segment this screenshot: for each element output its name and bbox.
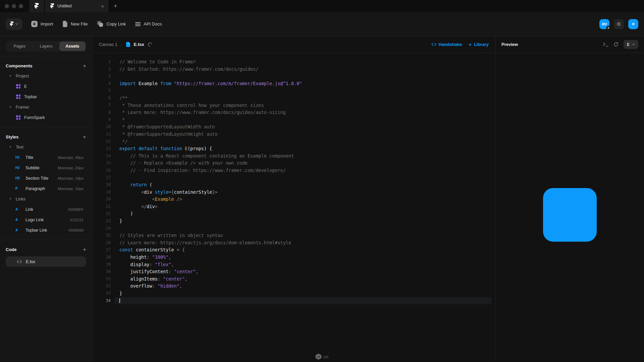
code-line-20[interactable]: 20 <Example /> <box>92 196 495 203</box>
window-zoom-dot[interactable] <box>19 4 23 8</box>
tab-layers[interactable]: Layers <box>33 42 59 51</box>
code-line-24[interactable]: 24 <box>92 225 495 232</box>
settings-button[interactable]: ⚙ <box>614 19 624 29</box>
code-line-25[interactable]: 25// Styles are written in object syntax <box>92 232 495 239</box>
code-line-13[interactable]: 13export default function E(props) { <box>92 145 495 153</box>
group-text-styles[interactable]: ▼ Text <box>6 142 86 152</box>
framer-logo-icon <box>10 21 13 26</box>
style-value: Manrope, 18px <box>58 176 86 180</box>
code-file-item-etsx[interactable]: E.tsx <box>6 256 86 267</box>
component-item-topbar[interactable]: Topbar <box>6 92 86 102</box>
group-links-styles[interactable]: ▼ Links <box>6 194 86 204</box>
code-line-23[interactable]: 23} <box>92 218 495 225</box>
code-line-8[interactable]: 8 * Learn more: https://www.framer.com/d… <box>92 109 495 116</box>
style-value: #0099FF <box>68 207 86 212</box>
code-line-3[interactable]: 3 <box>92 73 495 80</box>
framer-logo-icon <box>50 3 54 9</box>
code-line-34[interactable]: 34 <box>92 297 495 305</box>
code-line-16[interactable]: 16 // - Find inspiration: https://www.fr… <box>92 167 495 174</box>
code-line-10[interactable]: 10 * @framerSupportedLayoutWidth auto <box>92 123 495 131</box>
code-line-21[interactable]: 21 </div> <box>92 203 495 210</box>
breadcrumb-canvas[interactable]: Canvas 1 <box>99 42 117 47</box>
framer-menu-button[interactable] <box>6 18 22 30</box>
code-line-12[interactable]: 12 */ <box>92 138 495 145</box>
code-line-29[interactable]: 29 display: "flex", <box>92 261 495 268</box>
new-tab-button[interactable]: + <box>109 0 122 12</box>
code-line-2[interactable]: 2// Get Started: https://www.framer.com/… <box>92 66 495 73</box>
style-item-section-title[interactable]: H3 Section Title Manrope, 18px <box>6 173 86 183</box>
code-line-30[interactable]: 30 justifyContent: "center", <box>92 268 495 276</box>
code-line-6[interactable]: 6/** <box>92 95 495 102</box>
close-project-button[interactable]: ✕ <box>628 19 638 29</box>
group-project[interactable]: ▼ Project <box>6 71 86 81</box>
code-lines[interactable]: 1// Welcome to Code in Framer2// Get Sta… <box>92 53 495 362</box>
window-minimize-dot[interactable] <box>12 4 16 8</box>
line-number: 2 <box>92 66 111 73</box>
add-code-file-button[interactable]: + <box>83 247 86 252</box>
copy-link-button[interactable]: Copy Link <box>97 21 126 27</box>
style-item-link[interactable]: A Link #0099FF <box>6 204 86 215</box>
code-line-5[interactable]: 5 <box>92 87 495 95</box>
components-title: Components <box>6 63 32 68</box>
toolbar: Import New File Copy Link API Docs RV + <box>0 12 644 36</box>
code-line-17[interactable]: 17 <box>92 174 495 182</box>
code-line-32[interactable]: 32 overflow: "hidden", <box>92 283 495 290</box>
code-line-14[interactable]: 14 // This is a React component containi… <box>92 153 495 160</box>
add-component-button[interactable]: + <box>83 63 86 69</box>
line-number: 25 <box>92 232 111 239</box>
line-content: height: "100%", <box>115 254 491 261</box>
tab-pages[interactable]: Pages <box>6 42 33 51</box>
code-line-33[interactable]: 33} <box>92 290 495 297</box>
add-style-button[interactable]: + <box>83 134 86 140</box>
left-sidebar: Pages Layers Assets Components + ▼ Proje… <box>0 36 92 362</box>
project-tab[interactable]: Untitled × <box>45 0 109 12</box>
code-line-27[interactable]: 27const containerStyle = { <box>92 246 495 254</box>
style-item-subtitle[interactable]: H2 Subtitle Manrope, 24px <box>6 163 86 173</box>
chevron-down-icon: ▼ <box>9 106 12 109</box>
code-line-26[interactable]: 26// Learn more: https://reactjs.org/doc… <box>92 239 495 247</box>
code-line-28[interactable]: 28 height: "100%", <box>92 254 495 261</box>
library-link[interactable]: + Library <box>469 42 489 47</box>
handshake-link[interactable]: Handshake <box>431 42 462 47</box>
file-icon <box>126 42 130 47</box>
import-button[interactable]: Import <box>31 21 53 27</box>
style-label: Topbar Link <box>25 228 65 233</box>
component-item-e[interactable]: E <box>6 81 86 92</box>
tab-assets[interactable]: Assets <box>59 42 86 51</box>
code-line-22[interactable]: 22 ) <box>92 210 495 218</box>
line-number: 33 <box>92 290 111 297</box>
console-icon[interactable] <box>603 42 608 47</box>
code-line-15[interactable]: 15 // - Replace <Example /> with your ow… <box>92 160 495 167</box>
style-item-title[interactable]: H1 Title Manrope, 40px <box>6 152 86 163</box>
line-number: 26 <box>92 239 111 247</box>
code-line-19[interactable]: 19 <div style={containerStyle}> <box>92 189 495 196</box>
group-framer[interactable]: ▼ Framer <box>6 102 86 112</box>
window-close-dot[interactable] <box>5 4 9 8</box>
chevron-down-icon: ▼ <box>9 197 12 200</box>
copy-link-label: Copy Link <box>106 21 126 26</box>
line-number: 4 <box>92 80 111 87</box>
code-line-9[interactable]: 9 * <box>92 116 495 124</box>
style-item-logo-link[interactable]: A Logo Link #111111 <box>6 215 86 225</box>
tab-close-icon[interactable]: × <box>100 3 105 9</box>
line-number: 12 <box>92 138 111 145</box>
home-tab[interactable] <box>29 0 44 12</box>
line-number: 27 <box>92 246 111 254</box>
code-line-4[interactable]: 4import Example from "https://framer.com… <box>92 80 495 87</box>
new-file-button[interactable]: New File <box>62 21 88 27</box>
api-docs-button[interactable]: API Docs <box>135 21 162 26</box>
refresh-icon[interactable] <box>613 42 619 47</box>
code-line-18[interactable]: 18 return ( <box>92 181 495 189</box>
line-content: <Example /> <box>115 196 491 203</box>
breadcrumb-file[interactable]: E.tsx <box>134 42 144 47</box>
style-item-topbar-link[interactable]: A Topbar Link #999999 <box>6 225 86 235</box>
code-line-1[interactable]: 1// Welcome to Code in Framer <box>92 58 495 66</box>
code-line-31[interactable]: 31 alignItems: "center", <box>92 276 495 283</box>
code-line-11[interactable]: 11 * @framerSupportedLayoutHeight auto <box>92 131 495 138</box>
line-content: // Welcome to Code in Framer <box>115 58 491 66</box>
user-avatar[interactable]: RV + <box>599 19 609 29</box>
preview-target-dropdown[interactable]: E <box>624 40 638 49</box>
style-item-paragraph[interactable]: P Paragraph Manrope, 16px <box>6 183 86 194</box>
component-item-formspark[interactable]: FormSpark <box>6 112 86 123</box>
code-line-7[interactable]: 7 * These annotations control how your c… <box>92 102 495 109</box>
